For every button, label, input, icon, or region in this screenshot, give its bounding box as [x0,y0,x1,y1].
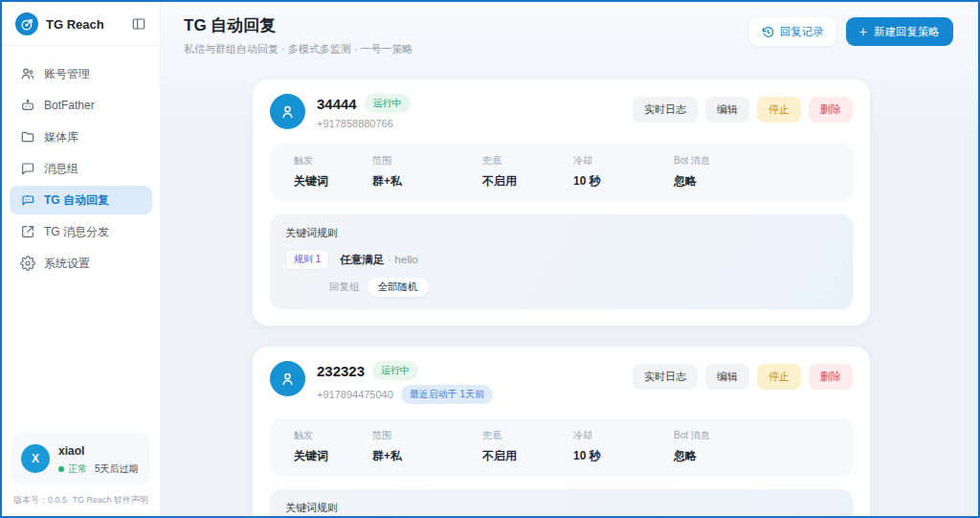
gear-icon [19,256,35,272]
sidebar-item-tg-auto-reply[interactable]: TG 自动回复 [10,186,152,214]
running-status-badge: 运行中 [372,361,418,380]
sidebar: TG Reach 账号管理 [2,2,161,516]
rule-badge: 规则 1 [285,249,329,270]
account-phone: +917894475040 [317,389,393,400]
app-title: TG Reach [46,17,129,32]
stat-value: 不启用 [482,173,573,190]
stat-label: 冷却 [573,154,674,168]
realtime-log-button[interactable]: 实时日志 [633,364,698,390]
stat-label: 范围 [372,429,482,442]
account-card: 34444 运行中 +917858880766 实时日志 编辑 停止 删除 触发… [253,79,870,326]
edit-button[interactable]: 编辑 [705,97,749,123]
strategy-stats: 触发关键词 范围群+私 兜底不启用 冷却10 秒 Bot 消息忽略 [270,144,853,201]
realtime-log-button[interactable]: 实时日志 [633,97,698,123]
account-name: 34444 [317,96,357,112]
page-header: TG 自动回复 私信与群组自动回复 · 多模式多监测 · 一号一策略 回复记录 … [161,2,978,56]
sidebar-item-label: 系统设置 [44,256,90,272]
strategy-stats: 触发关键词 范围群+私 兜底不启用 冷却10 秒 Bot 消息忽略 [270,418,853,476]
stat-label: 冷却 [573,429,674,442]
chat-icon [19,161,35,177]
rule-keywords: · hello [388,254,417,265]
software-statement-link[interactable]: TG Reach 软件声明 [72,494,148,507]
stat-value: 关键词 [294,173,372,190]
sidebar-item-label: 消息组 [44,161,78,177]
rule-match-mode: 任意满足 [340,253,384,267]
reply-group-pill: 全部随机 [368,278,429,297]
bot-chat-icon [19,192,35,209]
stop-button[interactable]: 停止 [757,97,801,123]
stat-value: 群+私 [372,448,482,464]
user-name: xiaol [58,444,84,458]
sidebar-item-label: 账号管理 [44,66,90,82]
account-name: 232323 [317,363,365,379]
keyword-rules-box: 关键词规则 规则 1 任意满足 · hello 回复组 全部随机 [270,214,853,309]
account-phone: +917858880766 [317,118,393,129]
sidebar-item-label: TG 自动回复 [44,192,109,209]
delete-button[interactable]: 删除 [809,97,853,123]
sidebar-item-message-groups[interactable]: 消息组 [10,154,152,183]
stat-value: 10 秒 [573,448,674,464]
strategy-list: 34444 运行中 +917858880766 实时日志 编辑 停止 删除 触发… [253,79,870,516]
user-avatar: X [21,444,50,473]
stat-label: 兜底 [482,154,573,168]
user-status: 正常 [68,462,87,476]
plus-icon: + [859,24,867,39]
stat-value: 10 秒 [573,173,674,190]
status-dot [58,466,64,472]
page-subtitle: 私信与群组自动回复 · 多模式多监测 · 一号一策略 [184,42,413,56]
sidebar-item-settings[interactable]: 系统设置 [10,249,152,278]
page-title: TG 自动回复 [184,14,413,36]
new-reply-strategy-button[interactable]: + 新建回复策略 [846,17,953,46]
sidebar-item-accounts[interactable]: 账号管理 [10,59,152,88]
stat-label: 触发 [294,429,372,442]
user-card[interactable]: X xiaol 正常 5天后过期 [11,433,150,484]
sidebar-item-label: BotFather [44,99,95,112]
sidebar-item-media[interactable]: 媒体库 [10,123,152,151]
app-logo-icon [15,12,38,35]
sidebar-item-label: TG 消息分发 [44,224,109,240]
stop-button[interactable]: 停止 [757,364,801,390]
share-icon [19,224,35,240]
keyword-rules-box: 关键词规则 规则 1 任意满足 · hello 回复组 全部随机 私信回复 [270,489,853,516]
sidebar-item-tg-distribution[interactable]: TG 消息分发 [10,217,152,246]
stat-value: 忽略 [674,173,853,190]
main-content: TG 自动回复 私信与群组自动回复 · 多模式多监测 · 一号一策略 回复记录 … [161,2,978,516]
user-expiry: 5天后过期 [95,462,139,476]
edit-button[interactable]: 编辑 [705,364,749,390]
sidebar-menu: 账号管理 BotFather 媒体库 [2,46,160,425]
stat-label: Bot 消息 [674,154,853,168]
last-started-badge: 最近启动于 1天前 [401,385,493,404]
bot-icon [19,98,35,114]
rules-title: 关键词规则 [285,226,837,240]
stat-value: 群+私 [372,173,482,190]
sidebar-footer: 版本号：0.0.5 TG Reach 软件声明 [2,490,160,516]
rules-title: 关键词规则 [285,501,837,515]
stat-value: 关键词 [294,448,372,464]
reply-group-label: 回复组 [329,281,360,294]
users-icon [19,66,35,82]
logo-row: TG Reach [2,2,160,46]
stat-label: 兜底 [482,429,573,442]
stat-value: 不启用 [482,448,573,464]
stat-label: Bot 消息 [674,429,853,442]
stat-label: 触发 [294,154,372,168]
reply-history-button[interactable]: 回复记录 [749,17,836,46]
account-card: 232323 运行中 +917894475040 最近启动于 1天前 实时日志 … [253,347,870,516]
stat-value: 忽略 [674,448,853,464]
sidebar-item-label: 媒体库 [44,129,78,146]
delete-button[interactable]: 删除 [809,364,853,390]
history-icon [762,26,774,38]
folder-icon [19,129,35,146]
running-status-badge: 运行中 [365,94,411,113]
account-avatar-icon [270,361,305,396]
stat-label: 范围 [372,154,482,168]
account-avatar-icon [270,94,305,129]
version-text: 版本号：0.0.5 [13,494,67,507]
sidebar-item-botfather[interactable]: BotFather [10,91,152,120]
collapse-sidebar-icon[interactable] [129,14,148,34]
